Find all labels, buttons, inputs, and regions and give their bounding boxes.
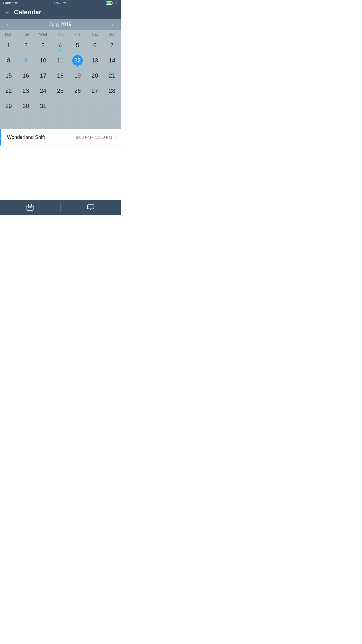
day-cell[interactable]: 13 (86, 53, 103, 68)
day-cell[interactable]: 1 (0, 38, 17, 53)
svg-rect-1 (28, 206, 29, 208)
day-cell-other[interactable]: 11 (103, 113, 121, 129)
day-cell[interactable]: 17 (34, 68, 52, 83)
day-cell[interactable]: 21 (103, 68, 121, 83)
calendar-tab-icon (26, 204, 34, 211)
day-cell[interactable]: 5 (69, 38, 86, 53)
day-cell-other[interactable]: 2 (69, 98, 86, 113)
day-header-sun: Sun (103, 32, 121, 36)
day-cell-other[interactable]: 9 (69, 113, 86, 129)
day-cell-other[interactable]: 1 (52, 98, 69, 113)
status-bar-time: 5:53 PM (55, 1, 66, 5)
day-cell[interactable]: 14 (103, 53, 121, 68)
day-cell-12-today[interactable]: 12 (69, 53, 86, 68)
day-cell-other[interactable]: 6 (17, 113, 34, 129)
day-cell[interactable]: 31 (34, 98, 52, 113)
event-item[interactable]: Wonderland Shift 8:00 PM - 11:00 PM › (0, 129, 121, 146)
day-cell[interactable]: 29 (0, 98, 17, 113)
tab-bar (0, 200, 121, 215)
svg-rect-2 (30, 206, 31, 208)
event-name: Wonderland Shift (5, 134, 76, 140)
day-cell-4[interactable]: 4 (52, 38, 69, 53)
status-bar: Carrier 5:53 PM ⚡ (0, 0, 121, 6)
svg-rect-0 (27, 205, 33, 210)
day-cell[interactable]: 2 (17, 38, 34, 53)
svg-rect-6 (87, 205, 94, 209)
day-cell-other[interactable]: 4 (103, 98, 121, 113)
day-cell-9[interactable]: 9 (17, 53, 34, 68)
day-headers: Mon Tue Wed Thu Fri Sat Sun (0, 30, 121, 38)
day-header-fri: Fri (69, 32, 86, 36)
day-grid: 1 2 3 4 5 6 7 8 9 10 11 12 13 14 15 16 1… (0, 38, 121, 129)
day-cell[interactable]: 24 (34, 83, 52, 98)
day-cell[interactable]: 8 (0, 53, 17, 68)
day-cell[interactable]: 23 (17, 83, 34, 98)
status-bar-right: ⚡ (106, 1, 118, 5)
day-cell-other[interactable]: 8 (52, 113, 69, 129)
event-list: Wonderland Shift 8:00 PM - 11:00 PM › (0, 129, 121, 146)
day-cell[interactable]: 27 (86, 83, 103, 98)
status-bar-left: Carrier (3, 1, 18, 5)
month-nav: ‹ July, 2019 › (0, 19, 121, 30)
chevron-right-icon: › (115, 135, 116, 140)
header: ← Calendar (0, 6, 121, 19)
event-dot-today (77, 65, 78, 67)
page-title: Calendar (14, 8, 41, 16)
back-button[interactable]: ← (5, 9, 10, 16)
day-cell[interactable]: 11 (52, 53, 69, 68)
screen-tab-icon (87, 204, 94, 211)
day-cell[interactable]: 15 (0, 68, 17, 83)
day-cell[interactable]: 18 (52, 68, 69, 83)
calendar-grid: Mon Tue Wed Thu Fri Sat Sun 1 2 3 4 5 6 … (0, 30, 121, 129)
day-cell[interactable]: 30 (17, 98, 34, 113)
day-cell-other[interactable]: 10 (86, 113, 103, 129)
tab-screen[interactable] (61, 200, 121, 215)
day-cell-other[interactable]: 3 (86, 98, 103, 113)
day-cell[interactable]: 28 (103, 83, 121, 98)
day-cell-other[interactable]: 5 (0, 113, 17, 129)
day-cell[interactable]: 26 (69, 83, 86, 98)
charging-bolt: ⚡ (115, 1, 118, 4)
day-cell[interactable]: 25 (52, 83, 69, 98)
next-month-button[interactable]: › (110, 20, 116, 29)
day-cell-other[interactable]: 7 (34, 113, 52, 129)
day-header-wed: Wed (34, 32, 52, 36)
day-header-mon: Mon (0, 32, 17, 36)
day-header-thu: Thu (52, 32, 69, 36)
day-header-sat: Sat (86, 32, 103, 36)
day-cell[interactable]: 16 (17, 68, 34, 83)
day-cell[interactable]: 6 (86, 38, 103, 53)
tab-calendar[interactable] (0, 200, 60, 215)
carrier-label: Carrier (3, 1, 13, 5)
day-cell[interactable]: 3 (34, 38, 52, 53)
event-time: 8:00 PM - 11:00 PM (76, 135, 112, 140)
month-year-label: July, 2019 (49, 22, 71, 27)
day-cell[interactable]: 10 (34, 53, 52, 68)
day-cell[interactable]: 19 (69, 68, 86, 83)
day-header-tue: Tue (17, 32, 34, 36)
day-cell[interactable]: 22 (0, 83, 17, 98)
event-dot (59, 50, 61, 51)
wifi-icon (14, 1, 18, 4)
day-cell[interactable]: 20 (86, 68, 103, 83)
battery-indicator (106, 1, 113, 5)
event-accent-bar (0, 129, 1, 146)
prev-month-button[interactable]: ‹ (5, 20, 11, 29)
day-cell[interactable]: 7 (103, 38, 121, 53)
